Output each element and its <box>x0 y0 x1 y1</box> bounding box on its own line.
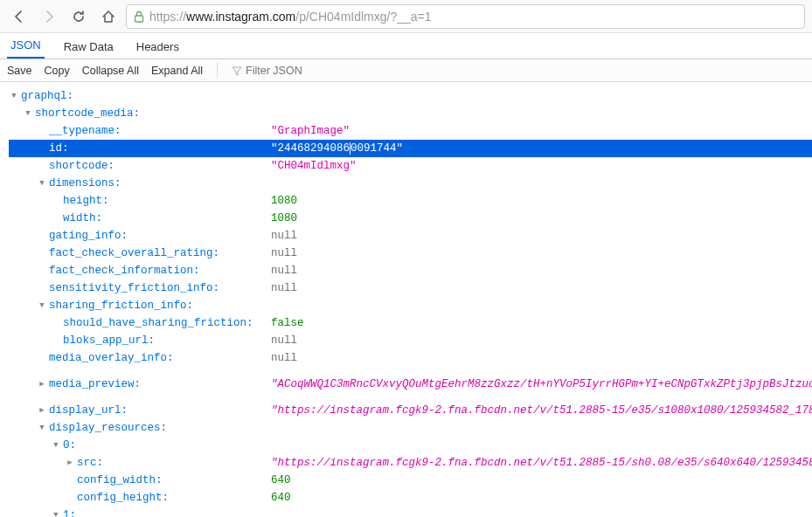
viewer-tabs: JSON Raw Data Headers <box>0 33 812 59</box>
node-config-height[interactable]: config_height:640 <box>9 489 812 507</box>
copy-button[interactable]: Copy <box>45 65 70 77</box>
node-fact-check-overall-rating[interactable]: fact_check_overall_rating:null <box>9 245 812 262</box>
chevron-right-icon: ▶ <box>37 376 47 393</box>
nav-forward-button[interactable] <box>37 4 61 29</box>
node-display-url[interactable]: ▶display_url:"https://instagram.fcgk9-2.… <box>9 402 812 419</box>
node-fact-check-information[interactable]: fact_check_information:null <box>9 262 812 279</box>
chevron-down-icon: ▼ <box>37 419 47 437</box>
node-sharing-friction-info[interactable]: ▼sharing_friction_info: <box>9 297 812 314</box>
node-graphql[interactable]: ▼graphql: <box>9 87 812 105</box>
chevron-down-icon: ▼ <box>9 87 19 105</box>
json-toolbar: Save Copy Collapse All Expand All <box>0 59 812 82</box>
json-tree: ▼graphql: ▼shortcode_media: __typename:"… <box>0 82 812 517</box>
chevron-down-icon: ▼ <box>37 297 47 314</box>
tab-headers[interactable]: Headers <box>133 35 183 59</box>
lock-icon <box>134 10 144 23</box>
separator <box>217 63 218 79</box>
chevron-right-icon: ▶ <box>37 402 47 419</box>
chevron-right-icon: ▶ <box>65 454 75 472</box>
nav-back-button[interactable] <box>7 4 31 29</box>
filter-json-input[interactable] <box>246 65 333 77</box>
home-button[interactable] <box>96 4 121 29</box>
url-bar[interactable]: https://www.instagram.com/p/CH04mIdlmxg/… <box>126 4 805 29</box>
node-display-resources-0[interactable]: ▼0: <box>9 437 812 454</box>
node-shortcode-media[interactable]: ▼shortcode_media: <box>9 105 812 122</box>
chevron-down-icon: ▼ <box>23 105 33 122</box>
url-text: https://www.instagram.com/p/CH04mIdlmxg/… <box>149 10 797 24</box>
node-bloks-app-url[interactable]: bloks_app_url:null <box>9 332 812 349</box>
node-media-overlay-info[interactable]: media_overlay_info:null <box>9 349 812 367</box>
chevron-down-icon: ▼ <box>51 507 61 517</box>
expand-all-button[interactable]: Expand All <box>151 65 203 77</box>
node-width[interactable]: width:1080 <box>9 210 812 227</box>
node-id[interactable]: id:"244682940860091744" <box>9 140 812 157</box>
node-display-resources[interactable]: ▼display_resources: <box>9 419 812 437</box>
node-typename[interactable]: __typename:"GraphImage" <box>9 122 812 140</box>
svg-rect-0 <box>135 16 143 22</box>
collapse-all-button[interactable]: Collapse All <box>82 65 139 77</box>
node-shortcode[interactable]: shortcode:"CH04mIdlmxg" <box>9 157 812 175</box>
node-src[interactable]: ▶src:"https://instagram.fcgk9-2.fna.fbcd… <box>9 454 812 472</box>
reload-button[interactable] <box>66 4 91 29</box>
node-config-width[interactable]: config_width:640 <box>9 472 812 489</box>
tab-raw-data[interactable]: Raw Data <box>60 35 117 59</box>
node-gating-info[interactable]: gating_info:null <box>9 227 812 245</box>
chevron-down-icon: ▼ <box>51 437 61 454</box>
node-display-resources-1[interactable]: ▼1: <box>9 507 812 517</box>
node-height[interactable]: height:1080 <box>9 192 812 210</box>
node-media-preview[interactable]: ▶media_preview:"ACoqWWQ1C3mRncCVxvyQOuMt… <box>9 367 812 402</box>
node-should-have-sharing-friction[interactable]: should_have_sharing_friction:false <box>9 314 812 332</box>
filter-icon <box>232 65 242 76</box>
node-sensitivity-friction-info[interactable]: sensitivity_friction_info:null <box>9 279 812 297</box>
chevron-down-icon: ▼ <box>37 175 47 192</box>
node-dimensions[interactable]: ▼dimensions: <box>9 175 812 192</box>
tab-json[interactable]: JSON <box>7 33 45 59</box>
save-button[interactable]: Save <box>7 65 32 77</box>
